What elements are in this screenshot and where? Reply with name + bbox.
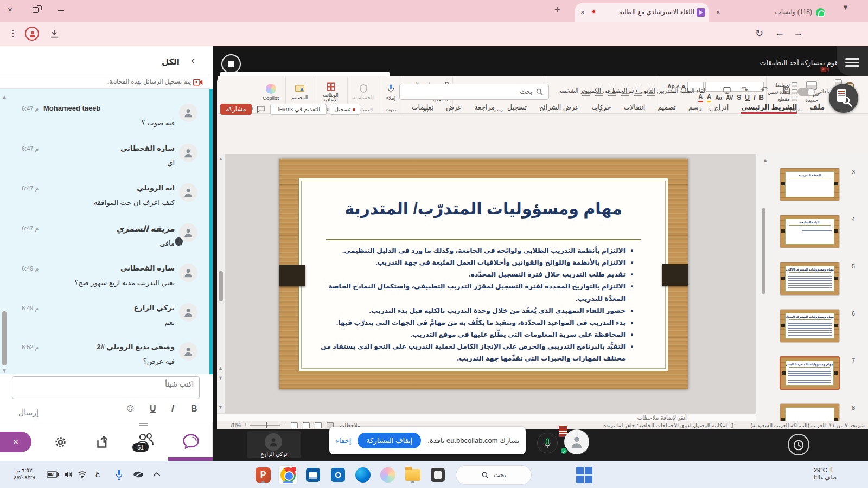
taskbar-app-chrome[interactable]	[279, 466, 297, 484]
thumbnail-slide-7-selected[interactable]: مهام ومسؤوليات المتدرب/ المتدربة	[780, 356, 840, 390]
back-icon[interactable]: →	[793, 27, 803, 38]
window-minimize-button[interactable]	[58, 10, 64, 11]
new-tab-button[interactable]: +	[554, 4, 560, 16]
font-color-icon[interactable]: A	[698, 93, 703, 102]
tab-record[interactable]: تسجيل	[507, 103, 527, 111]
strikethrough-icon[interactable]: S	[737, 94, 741, 101]
tab-help[interactable]: تعليمات	[412, 103, 433, 111]
align-center-icon[interactable]	[634, 93, 642, 99]
presenter-display-icon[interactable]	[723, 86, 731, 95]
taskbar-app-powerpoint[interactable]: P	[254, 466, 272, 484]
accessibility-status[interactable]: إمكانية الوصول لذوي الاحتياجات الخاصة: ج…	[603, 422, 727, 428]
thumbnail-slide-5[interactable]: مهام ومسؤوليات المشرف الأكاديمي	[780, 262, 840, 296]
char-spacing-icon[interactable]: AV	[726, 95, 733, 101]
taskbar-clock[interactable]: ٦:٥٢ م ٤٧/٠٨/٢٩	[5, 467, 43, 481]
chat-scrollbar[interactable]	[2, 311, 7, 365]
scrollbar-thumb[interactable]	[219, 271, 223, 301]
tab-close-icon[interactable]: ×	[580, 8, 585, 17]
dictate-button[interactable]: إملاء	[386, 84, 396, 101]
tab-transitions[interactable]: انتقالات	[623, 103, 645, 111]
addins-button[interactable]: الوظائف الإضافية	[316, 82, 345, 102]
browser-menu-icon[interactable]: ⋮	[9, 28, 17, 38]
redo-icon[interactable]: ↷	[741, 85, 748, 95]
profile-avatar[interactable]	[25, 27, 39, 41]
tab-close-icon[interactable]: ×	[716, 8, 720, 17]
scroll-down-icon[interactable]: ▼	[218, 404, 223, 410]
align-left-icon[interactable]	[621, 93, 629, 99]
align-right-icon[interactable]	[647, 93, 655, 99]
chat-back-chevron-icon[interactable]: ›	[191, 54, 195, 68]
notes-bar[interactable]: أنقر لإضافة ملاحظات	[217, 413, 756, 421]
chat-input[interactable]	[12, 376, 200, 399]
panel-resize-handle[interactable]	[139, 423, 148, 426]
taskbar-app-generic[interactable]	[429, 466, 447, 484]
italic-icon[interactable]: I	[754, 94, 755, 101]
taskbar-app-outlook[interactable]	[329, 466, 347, 484]
copilot-button[interactable]: Copilot	[263, 84, 279, 101]
tab-draw[interactable]: رسم	[688, 103, 702, 111]
tab-active[interactable]: × اللقاء الاسترشادي مع الطلبة	[575, 3, 709, 22]
zoom-out-icon[interactable]: −	[282, 422, 285, 428]
share-content-icon[interactable]	[95, 435, 110, 450]
settings-gear-icon[interactable]	[53, 435, 68, 450]
ppt-search-box[interactable]: بحث	[399, 84, 549, 100]
designer-button[interactable]: المصمم	[291, 84, 308, 100]
start-button[interactable]	[576, 467, 592, 483]
show-hidden-icons-chevron[interactable]	[153, 471, 161, 477]
tab-insert[interactable]: إدراج	[714, 103, 729, 111]
underline-icon[interactable]: U	[745, 94, 750, 101]
bold-button[interactable]: B	[191, 404, 197, 414]
hide-banner-link[interactable]: إخفاء	[336, 436, 351, 445]
thumbnail-slide-6[interactable]: مهام ومسؤوليات المشرف الميداني	[780, 309, 840, 343]
emoji-button[interactable]: ☺	[125, 402, 136, 414]
thumbnail-slide-4[interactable]: آليات المتابعة	[780, 215, 840, 248]
language-switcher[interactable]: ع	[95, 469, 100, 477]
taskbar-app-store[interactable]	[304, 466, 322, 484]
ppt-share-button[interactable]: مشاركة	[220, 104, 252, 115]
taskbar-app-edge[interactable]	[354, 466, 372, 484]
slide-sorter-view-icon[interactable]	[315, 422, 322, 428]
scroll-up-icon[interactable]: ▲	[2, 91, 7, 101]
taskbar-app-file-explorer[interactable]	[404, 466, 422, 484]
zoom-in-icon[interactable]: +	[244, 422, 247, 428]
forward-icon[interactable]: ←	[775, 27, 784, 38]
underline-button[interactable]: U	[150, 404, 156, 414]
thumbnail-slide-3[interactable]: الخطة التدريبية	[780, 168, 840, 201]
next-slide-button[interactable]: ▼	[218, 375, 223, 381]
microphone-button[interactable]	[537, 433, 558, 453]
chat-messages-list[interactable]: ▲ ▼ Mohameed taeeb 6:47 م فيه صوت ؟ ساره…	[0, 89, 209, 374]
tab-review[interactable]: مراجعة	[475, 103, 495, 111]
tab-home[interactable]: الشريط الرئيسي	[741, 103, 797, 114]
collaborate-overlay-button[interactable]	[829, 84, 858, 113]
send-button[interactable]: إرسال	[18, 408, 39, 417]
present-in-teams-button[interactable]: التقديم في Teams	[270, 104, 327, 115]
bold-icon[interactable]: B	[759, 94, 764, 101]
comments-icon[interactable]	[256, 105, 265, 114]
tab-whatsapp[interactable]: × (118) واتساب	[712, 3, 834, 22]
undo-icon[interactable]: ↶	[761, 85, 768, 95]
session-timer-button[interactable]	[788, 434, 809, 455]
wifi-icon[interactable]	[77, 470, 87, 479]
slideshow-view-icon[interactable]	[291, 422, 298, 428]
zoom-slider-thumb[interactable]	[266, 422, 267, 428]
justify-icon[interactable]	[608, 93, 616, 99]
window-close-button[interactable]: ×	[8, 5, 12, 15]
language-indicator[interactable]: العربية (المملكة العربية السعودية)	[750, 422, 826, 428]
reload-icon[interactable]: ↻	[755, 27, 763, 39]
previous-slide-button[interactable]: ▲	[218, 365, 223, 371]
font-name-box[interactable]	[705, 82, 764, 92]
italic-button[interactable]: I	[171, 404, 174, 414]
stop-sharing-button[interactable]	[221, 54, 241, 74]
text-direction-icon[interactable]	[582, 93, 590, 99]
thumbs-scroll-up-icon[interactable]: ▲	[763, 157, 768, 163]
stop-sharing-banner-button[interactable]: إيقاف المشاركة	[358, 433, 421, 448]
columns-icon[interactable]	[595, 93, 603, 99]
close-panel-button[interactable]: ×	[0, 432, 31, 452]
scroll-down-icon[interactable]: ▼	[2, 365, 7, 375]
battery-icon[interactable]	[47, 471, 59, 478]
taskbar-app-copilot[interactable]	[379, 466, 397, 484]
tab-animations[interactable]: حركات	[591, 103, 611, 111]
session-menu-icon[interactable]	[845, 56, 859, 69]
taskbar-search[interactable]: بحث	[456, 465, 532, 485]
scroll-up-icon[interactable]: ▲	[217, 156, 225, 162]
